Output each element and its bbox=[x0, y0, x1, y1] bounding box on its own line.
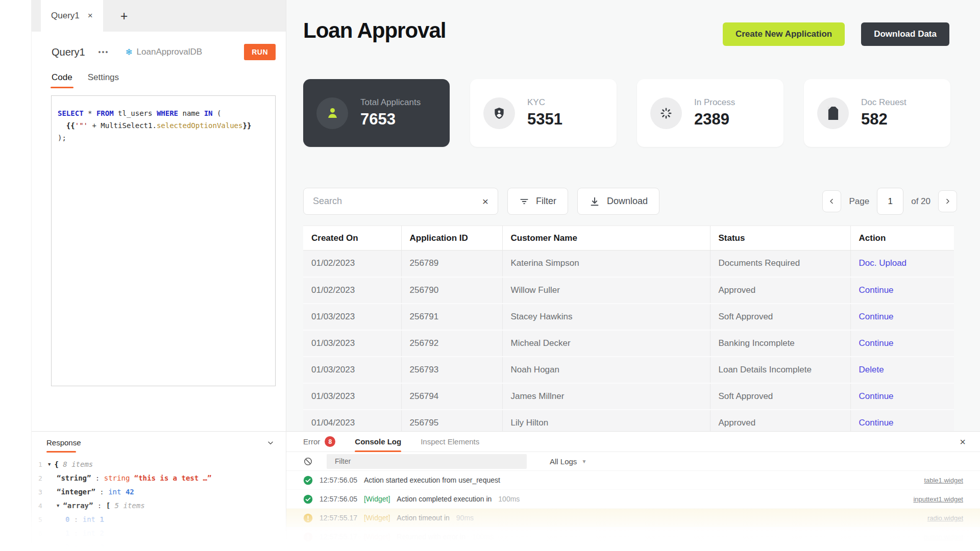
cell-action: Continue bbox=[850, 304, 954, 330]
document-icon bbox=[827, 107, 839, 120]
code-line: SELECT * FROM tl_users WHERE name IN ( bbox=[58, 107, 269, 119]
action-link[interactable]: Continue bbox=[859, 312, 894, 321]
cell-application_id: 256793 bbox=[401, 357, 502, 383]
filter-icon bbox=[519, 196, 529, 207]
log-source-link[interactable]: table1.widget bbox=[924, 477, 963, 484]
json-line: 61 : int 2 bbox=[32, 527, 286, 540]
cell-created_on: 01/02/2023 bbox=[303, 277, 401, 304]
log-filter-input[interactable] bbox=[327, 454, 527, 469]
line-number: 4 bbox=[32, 499, 48, 513]
plus-icon: + bbox=[120, 9, 128, 23]
column-header[interactable]: Created On bbox=[303, 226, 401, 251]
close-console-icon[interactable]: × bbox=[960, 437, 966, 447]
log-row: 12:57:56.05[Widget]Action completed exec… bbox=[286, 490, 980, 509]
create-new-application-button[interactable]: Create New Application bbox=[723, 22, 845, 46]
close-icon[interactable]: × bbox=[88, 11, 93, 21]
error-label: Error bbox=[303, 437, 320, 446]
prev-page-button[interactable] bbox=[822, 190, 841, 212]
next-page-button[interactable] bbox=[938, 190, 957, 212]
query-name: Query1 bbox=[52, 46, 85, 58]
shield-icon bbox=[493, 107, 506, 120]
cell-application_id: 256794 bbox=[401, 383, 502, 410]
log-source-link[interactable]: button.widget bbox=[924, 533, 963, 541]
clear-logs-icon[interactable] bbox=[303, 457, 313, 466]
action-link[interactable]: Delete bbox=[859, 365, 884, 374]
cell-customer_name: Willow Fuller bbox=[502, 277, 710, 304]
tab-error[interactable]: Error 8 bbox=[303, 432, 335, 452]
expand-arrow-icon[interactable]: ▼ bbox=[57, 499, 59, 513]
json-line: 3“integer” : int 42 bbox=[32, 485, 286, 499]
column-header[interactable]: Action bbox=[850, 226, 954, 251]
datasource-name: LoanApprovalDB bbox=[137, 47, 203, 57]
filter-button[interactable]: Filter bbox=[507, 188, 568, 215]
action-link[interactable]: Continue bbox=[859, 338, 894, 348]
page-number-input[interactable] bbox=[877, 188, 903, 215]
code-line: ); bbox=[58, 132, 269, 144]
cell-customer_name: Katerina Simpson bbox=[502, 251, 710, 277]
chevron-down-icon[interactable] bbox=[266, 439, 275, 447]
action-link[interactable]: Continue bbox=[859, 285, 894, 295]
download-data-button[interactable]: Download Data bbox=[861, 22, 949, 46]
cell-status: Approved bbox=[710, 277, 850, 304]
expand-arrow-icon[interactable]: ▼ bbox=[48, 458, 51, 471]
log-source-link[interactable]: inputtext1.widget bbox=[913, 495, 963, 503]
table-row: 01/03/2023256794James MillnerSoft Approv… bbox=[303, 383, 954, 410]
person-icon bbox=[326, 106, 339, 120]
action-link[interactable]: Doc. Upload bbox=[859, 258, 907, 268]
tab-console-log[interactable]: Console Log bbox=[355, 432, 401, 452]
log-time: 12:57:56.05 bbox=[320, 476, 357, 484]
cell-customer_name: James Millner bbox=[502, 383, 710, 410]
stat-value: 2389 bbox=[694, 110, 735, 129]
cell-action: Continue bbox=[850, 277, 954, 304]
header-buttons: Create New Application Download Data bbox=[723, 18, 949, 46]
tab-inspect-elements[interactable]: Inspect Elements bbox=[421, 432, 479, 452]
action-link[interactable]: Continue bbox=[859, 418, 894, 428]
tab-code[interactable]: Code bbox=[52, 72, 72, 88]
stat-label: Total Applicants bbox=[360, 97, 421, 108]
response-header: Response bbox=[32, 432, 286, 447]
new-tab-button[interactable]: + bbox=[103, 0, 145, 32]
run-button[interactable]: RUN bbox=[244, 44, 276, 60]
log-message: Action timeout in bbox=[397, 514, 450, 522]
datasource-selector[interactable]: ❄ LoanApprovalDB bbox=[125, 47, 202, 58]
column-header[interactable]: Application ID bbox=[401, 226, 502, 251]
sql-code-editor[interactable]: SELECT * FROM tl_users WHERE name IN ( {… bbox=[51, 95, 276, 386]
cell-created_on: 01/03/2023 bbox=[303, 357, 401, 383]
log-duration: 100ms bbox=[472, 533, 494, 541]
query-menu-icon[interactable]: ••• bbox=[99, 48, 109, 56]
stat-icon-circle bbox=[650, 97, 682, 129]
stat-value: 582 bbox=[861, 110, 906, 129]
download-button[interactable]: Download bbox=[577, 188, 659, 215]
stat-label: In Process bbox=[694, 97, 735, 108]
line-number: 6 bbox=[32, 527, 48, 540]
cell-created_on: 01/03/2023 bbox=[303, 383, 401, 410]
log-message: Returned with error in bbox=[397, 533, 465, 541]
log-row: 12:57:56.05Action started execution from… bbox=[286, 471, 980, 490]
cell-action: Delete bbox=[850, 357, 954, 383]
applications-table: Created OnApplication IDCustomer NameSta… bbox=[303, 226, 953, 437]
tab-query1[interactable]: Query1 × bbox=[41, 0, 103, 32]
tab-settings[interactable]: Settings bbox=[88, 72, 119, 88]
json-line: 1▼{ 8 items bbox=[32, 458, 286, 471]
page-header: Loan Approval Create New Application Dow… bbox=[303, 18, 949, 46]
pagination: Page of 20 bbox=[822, 188, 957, 215]
log-level-dropdown[interactable]: All Logs ▼ bbox=[550, 457, 586, 466]
chevron-left-icon bbox=[828, 197, 836, 205]
download-icon bbox=[589, 196, 600, 207]
line-number: 2 bbox=[32, 471, 48, 485]
search-input[interactable] bbox=[313, 196, 482, 207]
json-line: 50 : int 1 bbox=[32, 513, 286, 527]
download-label: Download bbox=[607, 196, 648, 207]
json-line: 2 : int 3 bbox=[32, 540, 286, 551]
clear-search-icon[interactable]: × bbox=[482, 196, 488, 207]
stat-card: KYC5351 bbox=[470, 79, 617, 147]
table-row: 01/03/2023256792Micheal DeckerBanking In… bbox=[303, 330, 954, 357]
log-time: 12:57:56.05 bbox=[320, 495, 357, 503]
log-source-link[interactable]: radio.widget bbox=[927, 514, 963, 522]
stat-text: Doc Reuest582 bbox=[861, 97, 906, 129]
log-tag: [Widget] bbox=[364, 533, 390, 541]
action-link[interactable]: Continue bbox=[859, 391, 894, 401]
column-header[interactable]: Status bbox=[710, 226, 850, 251]
table-row: 01/03/2023256791Stacey HawkinsSoft Appro… bbox=[303, 304, 954, 330]
column-header[interactable]: Customer Name bbox=[502, 226, 710, 251]
